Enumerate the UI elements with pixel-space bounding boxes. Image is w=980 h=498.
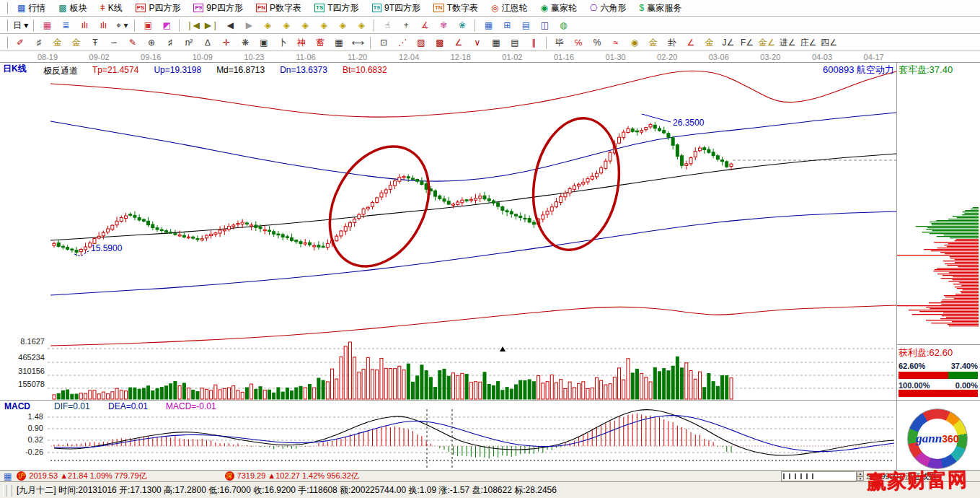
macd-macd-value: MACD=-0.01 [166,401,216,411]
range2-left-pct: 100.00% [899,381,930,390]
macd-scale-4: -0.26 [7,447,43,456]
quote-grid-icon: ▦ [4,471,12,481]
board-spinner[interactable]: ▲ ▼ [857,471,864,481]
news-marquee[interactable] [781,471,857,481]
indicator-value: Md=16.8713 [216,65,265,75]
statusbar-grip [3,485,6,497]
shenzhen-index-quote[interactable]: 7319.29 ▲102.27 1.42% 956.32亿 [237,471,359,481]
statusbar-grip [9,485,12,497]
gann-logo-text-blue: gann [916,432,942,446]
macd-title: MACD [4,401,30,411]
range2-bar [899,390,978,397]
gann360-logo-inner: gann360 [917,419,958,459]
indicator-value: Dn=13.6373 [280,65,327,75]
indicator-values: Tp=21.4574Up=19.3198Md=16.8713Dn=13.6373… [92,65,387,75]
volume-scale-2: 310156 [6,367,45,375]
spinner-down-icon[interactable]: ▼ [857,476,864,481]
macd-layer[interactable] [54,410,894,459]
indicator-value: Tp=21.4574 [92,65,138,75]
channel-lines [50,71,896,346]
shenzhen-index-icon[interactable]: 深 [225,471,234,481]
range1-green-segment [948,372,978,379]
index-quote-statusbar: ▦ 沪 2019.53 ▲21.84 1.09% 779.79亿 深 7319.… [0,470,980,481]
macd-dif-value: DIF=0.01 [54,401,90,411]
profit-label: 获利盘:62.60 [899,346,953,359]
range1-right-pct: 37.40% [951,362,978,370]
indicator-value: Up=19.3198 [154,65,201,75]
band-bottom-label: 8.1627 [7,337,45,346]
range1-bar [899,372,978,379]
hand-drawn-annotations [74,111,671,351]
gann360-logo: gann360 [907,409,968,469]
app-window: ▦行情▩板块ǂK线PSP四方形P99P四方形PNP数字表TST四方形T99T四方… [0,0,980,498]
range1-red-segment [899,372,948,379]
range2-right-pct: 0.00% [955,381,978,390]
indicator-name: 极反通道 [43,65,78,77]
symbol-title: 600893 航空动力 [750,64,894,77]
trapped-label: 套牢盘:37.40 [899,64,953,77]
pane-label: 日K线 [3,63,27,75]
shanghai-index-quote[interactable]: 2019.53 ▲21.84 1.09% 779.79亿 [29,471,146,481]
range2-red-segment [899,390,978,397]
volume-scale-3: 155078 [6,380,45,388]
winner-wealth-watermark: 赢家财富网 [867,466,980,495]
gridlines [48,160,896,468]
marquee-scrolling-text [783,473,816,479]
range1-left-pct: 62.60% [899,362,925,370]
peak-price-label: 26.3500 [673,118,704,128]
macd-scale-3: 0.32 [7,435,43,444]
ohlc-info-text: [九月十二] 时间:20131016 开:17.1300 高:17.2800 低… [17,484,557,497]
shanghai-index-icon[interactable]: 沪 [17,471,26,481]
ohlc-statusbar: [九月十二] 时间:20131016 开:17.1300 高:17.2800 低… [0,481,980,498]
macd-dea-value: DEA=0.01 [108,401,148,411]
low-price-label: 15.5900 [91,243,122,253]
winner-distribution-panel: 套牢盘:37.40 获利盘:62.60 62.60% 37.40% 100.00… [897,62,980,469]
macd-scale-2: 0.90 [7,424,43,432]
volume-layer[interactable] [53,342,733,399]
macd-scale-1: 1.48 [7,412,43,421]
candles-layer[interactable] [53,122,733,256]
volume-scale-1: 465234 [6,353,45,362]
indicator-value: Bt=10.6832 [343,65,387,75]
gann-logo-text-red: 360 [942,433,958,445]
